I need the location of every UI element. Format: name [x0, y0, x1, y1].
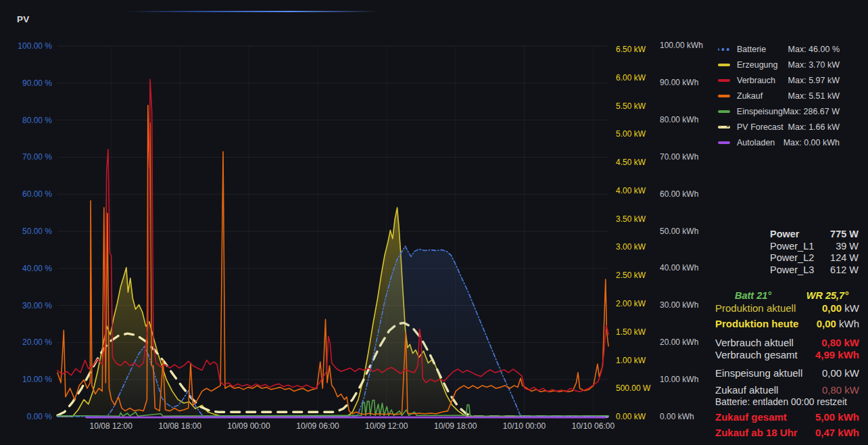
axis-label-right-kwh: 90.00 kWh: [660, 78, 698, 87]
legend-max-value: Max: 5.97 kW: [788, 76, 840, 85]
legend-item-verbrauch[interactable]: VerbrauchMax: 5.97 kW: [718, 72, 840, 88]
power-stat-row-power: Power775 W: [770, 229, 859, 241]
axis-label-right-kw: 3.00 kW: [616, 242, 646, 252]
axis-label-left-pct: 30.00 %: [22, 301, 52, 310]
axis-label-right-kw: 1.00 kW: [616, 356, 646, 365]
legend-solid-line-icon: [718, 95, 730, 97]
stat-row-zukauf-gesamt: Zukauf gesamt5,00 kWh: [715, 411, 859, 423]
stat-label: Zukauf ab 18 Uhr: [715, 427, 798, 439]
power-stat-row-power-l2: Power_L2124 W: [770, 252, 859, 264]
axis-label-right-kw: 1.50 kW: [616, 327, 646, 337]
legend-max-value: Max: 46.00 %: [788, 45, 840, 54]
stat-row-batterie: Batterie: entladen 00:00 restzeit: [715, 396, 859, 408]
stat-value: 0,80 kW: [821, 337, 859, 348]
axis-label-right-kw: 5.00 kW: [616, 129, 646, 139]
legend-item-einspeisung[interactable]: EinspeisungMax: 286.67 W: [718, 103, 840, 119]
axis-label-right-kwh: 10.00 kWh: [660, 375, 698, 384]
stat-row-zukauf-ab-18-uhr: Zukauf ab 18 Uhr0,47 kWh: [715, 427, 859, 439]
axis-label-left-pct: 20.00 %: [22, 337, 52, 347]
x-axis-label: 10/08 12:00: [90, 421, 133, 431]
stat-unit: kWh: [836, 318, 859, 329]
power-stat-value: 775 W: [830, 229, 859, 241]
legend-label: Erzeugung: [737, 60, 777, 70]
legend-label: PV Forecast: [737, 122, 783, 132]
power-stat-label: Power: [770, 229, 800, 241]
dashboard: PV 100.00 %90.00 %80.00 %70.00 %60.00 %5…: [0, 0, 868, 445]
chart-legend: BatterieMax: 46.00 %ErzeugungMax: 3.70 k…: [718, 41, 840, 150]
x-axis-label: 10/09 12:00: [365, 421, 408, 431]
axis-label-right-kw: 5.50 kW: [616, 101, 646, 111]
power-stats-panel: Power775 WPower_L139 WPower_L2124 WPower…: [770, 229, 859, 276]
stat-value: 5,00 kWh: [815, 411, 859, 423]
stat-label: Verbrauch gesamt: [715, 349, 798, 361]
axis-label-right-kwh: 0.00 kWh: [660, 412, 694, 421]
axis-label-right-kwh: 60.00 kWh: [660, 189, 698, 199]
axis-label-right-kw: 2.50 kW: [616, 271, 646, 280]
axis-label-right-kw: 2.00 kW: [616, 299, 646, 308]
power-stat-row-power-l3: Power_L3612 W: [770, 264, 859, 277]
axis-label-left-pct: 40.00 %: [22, 264, 52, 273]
stat-row-einspeisung-aktuell: Einspeisung aktuell0,00 kW: [715, 367, 859, 379]
legend-item-autoladen[interactable]: AutoladenMax: 0.00 kWh: [718, 135, 840, 150]
inverter-temp: WR 25,7°: [806, 289, 848, 302]
axis-label-right-kw: 0.00 kW: [616, 412, 646, 421]
legend-item-erzeugung[interactable]: ErzeugungMax: 3.70 kW: [718, 57, 840, 72]
x-axis-label: 10/10 00:00: [503, 421, 546, 431]
legend-label: Zukauf: [737, 91, 763, 101]
stat-value: 0,00: [822, 302, 842, 314]
legend-label: Batterie: [737, 45, 766, 54]
x-axis-label: 10/09 00:00: [227, 421, 270, 431]
axis-label-right-kwh: 50.00 kWh: [660, 227, 698, 236]
axis-label-left-pct: 50.00 %: [22, 227, 52, 236]
legend-max-value: Max: 3.70 kW: [788, 60, 840, 70]
legend-max-value: Max: 1.66 kW: [788, 122, 840, 132]
axis-label-left-pct: 10.00 %: [22, 375, 52, 384]
stat-label: Verbrauch aktuell: [715, 337, 794, 349]
battery-temp: Batt 21°: [735, 289, 771, 302]
axis-label-right-kwh: 100.00 kWh: [660, 41, 703, 50]
stat-value: 0,47 kWh: [815, 427, 859, 438]
axis-label-left-pct: 80.00 %: [22, 116, 52, 125]
axis-label-right-kwh: 20.00 kWh: [660, 337, 698, 347]
stat-unit: kW: [842, 302, 859, 314]
legend-solid-line-icon: [718, 64, 730, 66]
axis-label-right-kw: 500.00 W: [616, 383, 651, 393]
axis-label-right-kw: 6.00 kW: [616, 73, 646, 83]
power-stat-value: 612 W: [830, 264, 859, 277]
axis-label-right-kwh: 70.00 kWh: [660, 152, 698, 162]
x-axis-label: 10/09 06:00: [296, 421, 339, 431]
legend-item-batterie[interactable]: BatterieMax: 46.00 %: [718, 41, 840, 57]
axis-label-right-kwh: 30.00 kWh: [660, 300, 698, 310]
axis-label-left-pct: 70.00 %: [22, 152, 52, 162]
legend-item-pv-forecast[interactable]: PV ForecastMax: 1.66 kW: [718, 119, 840, 135]
stat-row-zukauf-aktuell: Zukauf aktuell0,80 kW: [715, 384, 859, 396]
legend-label: Autoladen: [737, 138, 775, 147]
power-stat-label: Power_L3: [770, 264, 814, 277]
temperature-header: Batt 21°WR 25,7°: [715, 289, 859, 302]
stat-value: 0,00: [817, 318, 836, 329]
x-axis-label: 10/09 18:00: [434, 421, 477, 431]
energy-stats-panel: Batt 21°WR 25,7°Produktion aktuell0,00 k…: [715, 289, 859, 439]
x-axis-label: 10/10 06:00: [572, 421, 615, 431]
axis-label-left-pct: 90.00 %: [22, 78, 52, 88]
legend-dotted-line-icon: [718, 48, 730, 51]
stat-label: Produktion aktuell: [715, 302, 796, 314]
legend-dashed-line-icon: [718, 126, 730, 128]
axis-label-right-kw: 3.50 kW: [616, 214, 646, 224]
legend-max-value: Max: 5.51 kW: [788, 91, 840, 101]
stat-row-produktion-aktuell: Produktion aktuell0,00 kW: [715, 302, 859, 314]
stat-row-verbrauch-gesamt: Verbrauch gesamt4,99 kWh: [715, 349, 859, 361]
power-stat-value: 124 W: [830, 252, 859, 264]
axis-label-right-kw: 6.50 kW: [616, 45, 646, 54]
legend-max-value: Max: 286.67 W: [783, 107, 840, 116]
power-stat-label: Power_L2: [770, 252, 814, 264]
stat-value: 0,80 kW: [822, 384, 859, 396]
legend-label: Einspeisung: [737, 107, 783, 116]
axis-label-right-kw: 4.00 kW: [616, 186, 646, 195]
axis-label-right-kw: 4.50 kW: [616, 158, 646, 167]
axis-label-left-pct: 100.00 %: [18, 41, 52, 51]
axis-label-left-pct: 0.00 %: [27, 412, 53, 421]
stat-row-produktion-heute: Produktion heute0,00 kWh: [715, 318, 859, 330]
legend-item-zukauf[interactable]: ZukaufMax: 5.51 kW: [718, 88, 840, 103]
stat-label: Einspeisung aktuell: [715, 367, 802, 379]
